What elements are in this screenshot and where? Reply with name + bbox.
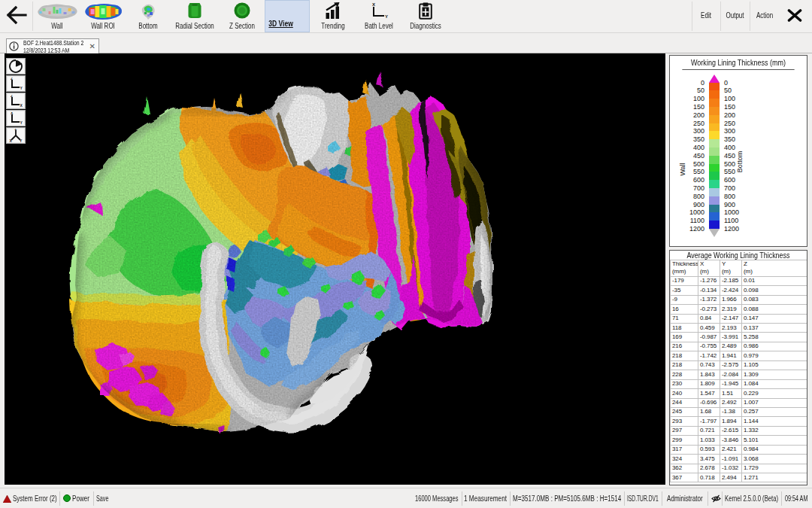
svg-text:X: X: [372, 2, 375, 7]
svg-text:Y: Y: [20, 120, 23, 124]
svg-text:Y: Y: [20, 138, 23, 142]
svg-text:Z: Z: [15, 129, 17, 131]
svg-text:X: X: [20, 103, 23, 107]
svg-text:Y: Y: [20, 86, 23, 90]
svg-text:Y: Y: [385, 14, 388, 19]
svg-text:Z: Z: [11, 95, 13, 98]
svg-text:X: X: [11, 112, 14, 115]
svg-text:Z: Z: [11, 78, 13, 81]
